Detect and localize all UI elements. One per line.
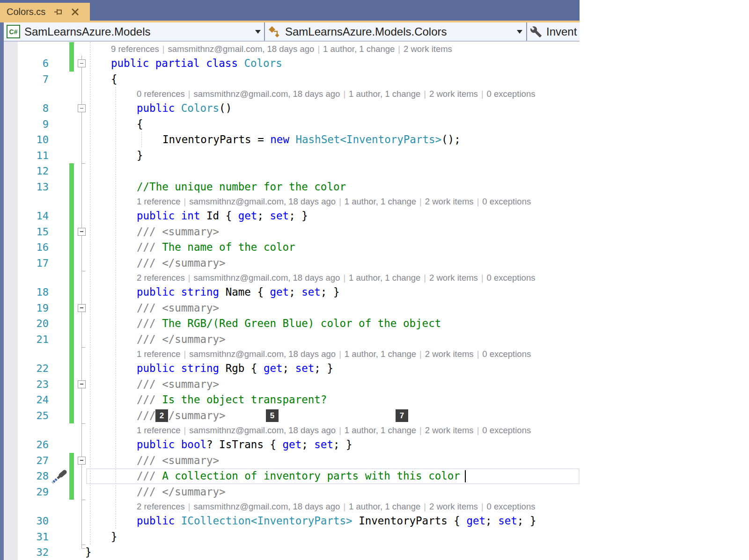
- type-dropdown[interactable]: SamLearnsAzure.Models.Colors: [265, 22, 526, 41]
- code-line-25[interactable]: 25/// </summary>: [4, 408, 580, 424]
- code-line-18[interactable]: 18public string Name { get; set; }: [4, 284, 580, 300]
- codelens-segment[interactable]: 2 work items: [404, 44, 452, 54]
- code-line-22[interactable]: 22public string Rgb { get; set; }: [4, 361, 580, 377]
- codelens-row[interactable]: 2 references|samsmithnz@gmail.com, 18 da…: [4, 271, 580, 284]
- code-line-9[interactable]: 9{: [4, 116, 580, 132]
- codelens-separator: |: [336, 349, 345, 359]
- tab-colors-cs[interactable]: Colors.cs: [0, 3, 90, 21]
- codelens-segment[interactable]: samsmithnz@gmail.com, 18 days ago: [168, 44, 315, 54]
- codelens-segment[interactable]: samsmithnz@gmail.com, 18 days ago: [189, 349, 336, 359]
- code-line-19[interactable]: 19/// <summary>: [4, 300, 580, 316]
- codelens-segment[interactable]: 2 work items: [425, 425, 474, 435]
- collapse-toggle[interactable]: [78, 457, 86, 465]
- codelens-row[interactable]: 1 reference|samsmithnz@gmail.com, 18 day…: [4, 347, 580, 361]
- codelens-segment[interactable]: 0 exceptions: [487, 89, 536, 99]
- close-icon[interactable]: [71, 8, 79, 16]
- code-line-27[interactable]: 27/// <summary>: [4, 453, 580, 469]
- code-line-14[interactable]: 14public int Id { get; set; }: [4, 208, 580, 224]
- token: int: [181, 210, 200, 222]
- codelens-text[interactable]: 9 references|samsmithnz@gmail.com, 18 da…: [85, 42, 452, 56]
- pin-icon[interactable]: [54, 7, 63, 16]
- codelens-segment[interactable]: 0 exceptions: [487, 273, 536, 283]
- codelens-segment[interactable]: 0 exceptions: [482, 425, 531, 435]
- codelens-segment[interactable]: 1 author, 1 change: [323, 44, 395, 54]
- code-line-8[interactable]: 8public Colors(): [4, 101, 580, 116]
- code-line-16[interactable]: 16/// The name of the color: [4, 240, 580, 255]
- codelens-text[interactable]: 0 references|samsmithnz@gmail.com, 18 da…: [85, 87, 535, 101]
- codelens-row[interactable]: 1 reference|samsmithnz@gmail.com, 18 day…: [4, 423, 580, 437]
- code-line-29[interactable]: 29/// </summary>: [4, 484, 580, 500]
- code-line-24[interactable]: 24/// Is the object transparent?: [4, 392, 580, 408]
- codelens-segment[interactable]: 1 author, 1 change: [349, 89, 420, 99]
- tab-title: Colors.cs: [7, 7, 45, 17]
- collapse-toggle[interactable]: [78, 380, 86, 388]
- quick-actions-screwdriver-icon[interactable]: [49, 470, 67, 486]
- codelens-segment[interactable]: samsmithnz@gmail.com, 18 days ago: [194, 273, 340, 283]
- code-line-31[interactable]: 31}: [4, 529, 580, 545]
- codelens-segment[interactable]: samsmithnz@gmail.com, 18 days ago: [189, 196, 336, 206]
- codelens-segment[interactable]: 1 author, 1 change: [349, 273, 420, 283]
- member-dropdown[interactable]: Invent: [527, 22, 580, 41]
- code-line-26[interactable]: 26public bool? IsTrans { get; set; }: [4, 437, 580, 453]
- code-line-20[interactable]: 20/// The RGB/(Red Green Blue) color of …: [4, 316, 580, 332]
- codelens-row[interactable]: 2 references|samsmithnz@gmail.com, 18 da…: [4, 500, 580, 513]
- codelens-segment[interactable]: 1 reference: [137, 425, 181, 435]
- project-dropdown[interactable]: C# SamLearnsAzure.Models: [4, 22, 264, 41]
- codelens-segment[interactable]: 2 work items: [425, 196, 474, 206]
- type-dropdown-label: SamLearnsAzure.Models.Colors: [285, 25, 447, 38]
- codelens-segment[interactable]: 2 work items: [429, 502, 478, 511]
- token: InventoryParts =: [162, 133, 270, 145]
- code-text: public int Id { get; set; }: [85, 208, 308, 224]
- codelens-segment[interactable]: 1 reference: [137, 349, 181, 359]
- codelens-segment[interactable]: 0 exceptions: [482, 196, 531, 206]
- token: ();: [441, 133, 461, 145]
- codelens-segment[interactable]: 0 references: [137, 89, 185, 99]
- collapse-toggle[interactable]: [78, 59, 86, 67]
- code-line-10[interactable]: 10InventoryParts = new HashSet<Inventory…: [4, 132, 580, 148]
- codelens-text[interactable]: 1 reference|samsmithnz@gmail.com, 18 day…: [85, 423, 531, 437]
- code-line-11[interactable]: 11}: [4, 148, 580, 164]
- code-line-13[interactable]: 13//The unique number for the color: [4, 179, 580, 195]
- collapse-toggle[interactable]: [78, 104, 86, 112]
- codelens-segment[interactable]: 2 references: [137, 273, 185, 283]
- codelens-segment[interactable]: 2 references: [137, 502, 185, 511]
- code-line-32[interactable]: 32}: [4, 545, 580, 560]
- codelens-text[interactable]: 1 reference|samsmithnz@gmail.com, 18 day…: [85, 195, 531, 209]
- codelens-text[interactable]: 2 references|samsmithnz@gmail.com, 18 da…: [85, 271, 535, 285]
- code-editor[interactable]: 2 5 7 9 references|samsmithnz@gmail.com,…: [4, 42, 580, 560]
- codelens-segment[interactable]: 1 author, 1 change: [345, 349, 416, 359]
- codelens-text[interactable]: 1 reference|samsmithnz@gmail.com, 18 day…: [85, 347, 531, 361]
- codelens-segment[interactable]: 9 references: [111, 44, 159, 54]
- codelens-separator: |: [395, 44, 404, 54]
- codelens-segment[interactable]: 2 work items: [425, 349, 474, 359]
- collapse-toggle[interactable]: [78, 228, 86, 236]
- codelens-segment[interactable]: samsmithnz@gmail.com, 18 days ago: [194, 502, 340, 511]
- codelens-row[interactable]: 0 references|samsmithnz@gmail.com, 18 da…: [4, 87, 580, 101]
- codelens-segment[interactable]: 1 author, 1 change: [349, 502, 420, 511]
- code-line-21[interactable]: 21/// </summary>: [4, 332, 580, 348]
- code-line-7[interactable]: 7{: [4, 72, 580, 87]
- codelens-segment[interactable]: samsmithnz@gmail.com, 18 days ago: [194, 89, 340, 99]
- codelens-separator: |: [474, 426, 483, 435]
- codelens-row[interactable]: 9 references|samsmithnz@gmail.com, 18 da…: [4, 42, 580, 56]
- code-line-30[interactable]: 30public ICollection<InventoryParts> Inv…: [4, 513, 580, 529]
- codelens-segment[interactable]: samsmithnz@gmail.com, 18 days ago: [189, 425, 336, 435]
- codelens-segment[interactable]: 1 author, 1 change: [345, 196, 416, 206]
- token: Name {: [219, 286, 270, 298]
- collapse-toggle[interactable]: [78, 304, 86, 312]
- codelens-row[interactable]: 1 reference|samsmithnz@gmail.com, 18 day…: [4, 195, 580, 208]
- outlining-line: [81, 56, 82, 548]
- code-line-23[interactable]: 23/// <summary>: [4, 377, 580, 393]
- code-line-6[interactable]: 6public partial class Colors: [4, 56, 580, 72]
- codelens-segment[interactable]: 1 author, 1 change: [345, 425, 416, 435]
- codelens-segment[interactable]: 0 exceptions: [482, 349, 531, 359]
- codelens-segment[interactable]: 0 exceptions: [487, 502, 536, 511]
- codelens-segment[interactable]: 2 work items: [429, 273, 478, 283]
- codelens-text[interactable]: 2 references|samsmithnz@gmail.com, 18 da…: [85, 500, 535, 514]
- codelens-segment[interactable]: 2 work items: [429, 89, 478, 99]
- codelens-segment[interactable]: 1 reference: [137, 196, 181, 206]
- fold-end-tick: [82, 423, 85, 424]
- code-line-17[interactable]: 17/// </summary>: [4, 255, 580, 271]
- code-line-15[interactable]: 15/// <summary>: [4, 224, 580, 240]
- codelens-separator: |: [336, 426, 345, 435]
